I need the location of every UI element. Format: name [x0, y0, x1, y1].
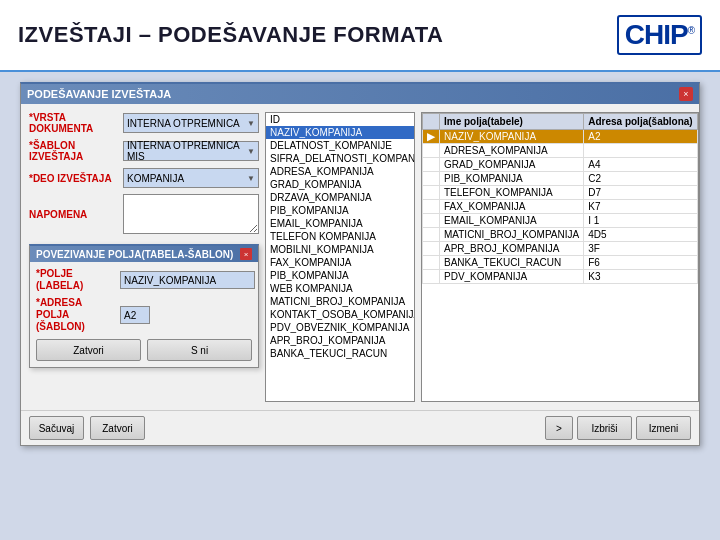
deo-dropdown[interactable]: KOMPANIJA ▼ [123, 168, 259, 188]
field-item[interactable]: DELATNOST_KOMPANIJE [266, 139, 414, 152]
napomena-row: NAPOMENA [29, 194, 259, 234]
table-row[interactable]: ADRESA_KOMPANIJA [423, 144, 698, 158]
right-panel: Ime polja(tabele) Adresa polja(šablona) … [421, 112, 699, 402]
row-ime: APR_BROJ_KOMPANIJA [440, 242, 584, 256]
footer-left: Sačuvaj Zatvori [29, 416, 145, 440]
table-row[interactable]: FAX_KOMPANIJAK7 [423, 200, 698, 214]
adresa-input[interactable] [120, 306, 150, 324]
sablon-row: *ŠABLON IZVEŠTAJA INTERNA OTPREMNICA MIS… [29, 140, 259, 162]
row-arrow [423, 200, 440, 214]
field-item[interactable]: DRZAVA_KOMPANIJA [266, 191, 414, 204]
right-table: Ime polja(tabele) Adresa polja(šablona) … [422, 113, 698, 284]
napomena-label: NAPOMENA [29, 209, 119, 220]
sub-dialog-close-btn[interactable]: × [240, 248, 252, 260]
vrsta-value: INTERNA OTPREMNICA [127, 118, 240, 129]
table-row[interactable]: PIB_KOMPANIJAC2 [423, 172, 698, 186]
row-adresa: A2 [584, 130, 697, 144]
sub-dialog-body: *POLJE (LABELA) *ADRESA POLJA (ŠABLON) Z… [30, 262, 258, 367]
field-item[interactable]: MOBILNI_KOMPANIJA [266, 243, 414, 256]
sub-dialog-title: POVEZIVANJE POLJA(TABELA-ŠABLON) [36, 249, 233, 260]
field-item[interactable]: ID [266, 113, 414, 126]
field-item[interactable]: KONTAKT_OSOBA_KOMPANIJA [266, 308, 414, 321]
vrsta-row: *VRSTA DOKUMENTA INTERNA OTPREMNICA ▼ [29, 112, 259, 134]
main-dialog-close-btn[interactable]: × [679, 87, 693, 101]
deo-value: KOMPANIJA [127, 173, 184, 184]
main-dialog-body: *VRSTA DOKUMENTA INTERNA OTPREMNICA ▼ *Š… [21, 104, 699, 410]
field-item[interactable]: APR_BROJ_KOMPANIJA [266, 334, 414, 347]
row-ime: TELEFON_KOMPANIJA [440, 186, 584, 200]
table-row[interactable]: GRAD_KOMPANIJAA4 [423, 158, 698, 172]
row-arrow [423, 172, 440, 186]
sub-snimi-btn[interactable]: S ni [147, 339, 252, 361]
zatvori-btn[interactable]: Zatvori [90, 416, 145, 440]
main-dialog-titlebar: PODEŠAVANJE IZVEŠTAJA × [21, 84, 699, 104]
row-ime: PDV_KOMPANIJA [440, 270, 584, 284]
izbrisi-btn[interactable]: Izbriši [577, 416, 632, 440]
row-arrow [423, 214, 440, 228]
field-item[interactable]: GRAD_KOMPANIJA [266, 178, 414, 191]
nav-btn[interactable]: > [545, 416, 573, 440]
logo-reg: ® [688, 25, 694, 36]
table-row[interactable]: APR_BROJ_KOMPANIJA3F [423, 242, 698, 256]
row-ime: PIB_KOMPANIJA [440, 172, 584, 186]
row-adresa: D7 [584, 186, 697, 200]
field-list: IDNAZIV_KOMPANIJADELATNOST_KOMPANIJESIFR… [265, 112, 415, 402]
field-item[interactable]: PIB_KOMPANIJA [266, 204, 414, 217]
table-row[interactable]: PDV_KOMPANIJAK3 [423, 270, 698, 284]
sub-dialog-titlebar: POVEZIVANJE POLJA(TABELA-ŠABLON) × [30, 246, 258, 262]
row-arrow: ▶ [423, 130, 440, 144]
sub-zatvori-btn[interactable]: Zatvori [36, 339, 141, 361]
header: IZVEŠTAJI – PODEŠAVANJE FORMATA CHIP® [0, 0, 720, 72]
logo-area: CHIP® [617, 15, 702, 55]
sacuvaj-btn[interactable]: Sačuvaj [29, 416, 84, 440]
row-ime: GRAD_KOMPANIJA [440, 158, 584, 172]
row-arrow [423, 158, 440, 172]
table-row[interactable]: MATICNI_BROJ_KOMPANIJA4D5 [423, 228, 698, 242]
sablon-dropdown[interactable]: INTERNA OTPREMNICA MIS ▼ [123, 141, 259, 161]
field-item[interactable]: PDV_OBVEZNIK_KOMPANIJA [266, 321, 414, 334]
row-arrow [423, 186, 440, 200]
table-row[interactable]: ▶NAZIV_KOMPANIJAA2 [423, 130, 698, 144]
row-adresa: 4D5 [584, 228, 697, 242]
sablon-label: *ŠABLON IZVEŠTAJA [29, 140, 119, 162]
field-item[interactable]: NAZIV_KOMPANIJA [266, 126, 414, 139]
sablon-arrow: ▼ [247, 147, 255, 156]
row-adresa: I 1 [584, 214, 697, 228]
sub-buttons: Zatvori S ni [36, 339, 252, 361]
row-ime: ADRESA_KOMPANIJA [440, 144, 584, 158]
page-title: IZVEŠTAJI – PODEŠAVANJE FORMATA [18, 22, 443, 48]
row-arrow [423, 144, 440, 158]
vrsta-dropdown[interactable]: INTERNA OTPREMNICA ▼ [123, 113, 259, 133]
vrsta-arrow: ▼ [247, 119, 255, 128]
sub-dialog: POVEZIVANJE POLJA(TABELA-ŠABLON) × *POLJ… [29, 244, 259, 368]
field-item[interactable]: SIFRA_DELATNOSTI_KOMPANIJA [266, 152, 414, 165]
polje-label: *POLJE (LABELA) [36, 268, 116, 292]
field-item[interactable]: WEB KOMPANIJA [266, 282, 414, 295]
field-item[interactable]: BANKA_TEKUCI_RACUN [266, 347, 414, 360]
row-adresa: C2 [584, 172, 697, 186]
adresa-row: *ADRESA POLJA (ŠABLON) [36, 297, 252, 333]
dialog-footer: Sačuvaj Zatvori > Izbriši Izmeni [21, 410, 699, 445]
row-adresa [584, 144, 697, 158]
main-dialog-title: PODEŠAVANJE IZVEŠTAJA [27, 88, 171, 100]
izmeni-btn[interactable]: Izmeni [636, 416, 691, 440]
right-table-container: Ime polja(tabele) Adresa polja(šablona) … [421, 112, 699, 402]
deo-row: *DEO IZVEŠTAJA KOMPANIJA ▼ [29, 168, 259, 188]
row-arrow [423, 256, 440, 270]
footer-right: > Izbriši Izmeni [545, 416, 691, 440]
field-item[interactable]: MATICNI_BROJ_KOMPANIJA [266, 295, 414, 308]
table-row[interactable]: EMAIL_KOMPANIJAI 1 [423, 214, 698, 228]
field-item[interactable]: ADRESA_KOMPANIJA [266, 165, 414, 178]
field-item[interactable]: FAX_KOMPANIJA [266, 256, 414, 269]
field-item[interactable]: PIB_KOMPANIJA [266, 269, 414, 282]
polje-input[interactable] [120, 271, 255, 289]
col-ime: Ime polja(tabele) [440, 114, 584, 130]
table-row[interactable]: TELEFON_KOMPANIJAD7 [423, 186, 698, 200]
napomena-textarea[interactable] [123, 194, 259, 234]
field-item[interactable]: EMAIL_KOMPANIJA [266, 217, 414, 230]
row-arrow [423, 270, 440, 284]
field-item[interactable]: TELEFON KOMPANIJA [266, 230, 414, 243]
main-content: PODEŠAVANJE IZVEŠTAJA × *VRSTA DOKUMENTA… [0, 72, 720, 540]
row-adresa: A4 [584, 158, 697, 172]
table-row[interactable]: BANKA_TEKUCI_RACUNF6 [423, 256, 698, 270]
